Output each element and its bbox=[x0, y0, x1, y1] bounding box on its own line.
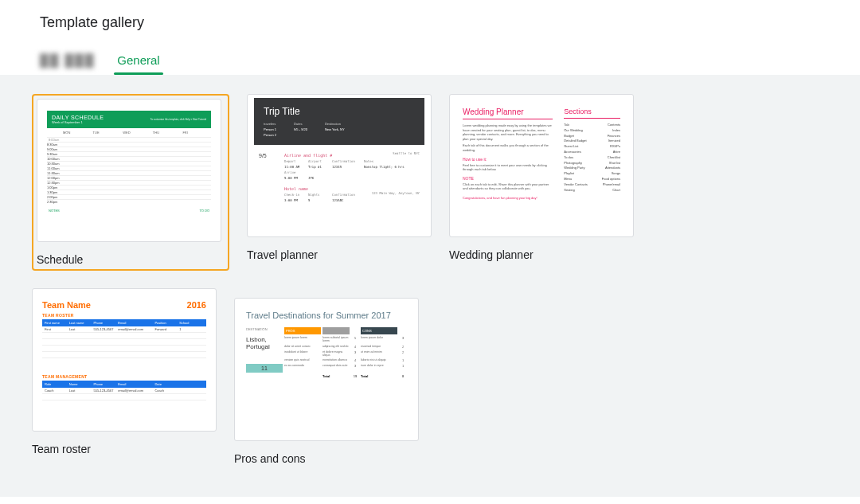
roster-col-first: First name bbox=[45, 321, 69, 325]
trip-arrive-ap: JFK bbox=[308, 176, 332, 180]
template-schedule[interactable]: DAILY SCHEDULE Week of September 1 To cu… bbox=[37, 99, 221, 266]
trip-travelers-label: travelers bbox=[264, 122, 276, 126]
trip-arrive-time: 5:00 PM bbox=[284, 176, 308, 180]
pc-total-label: Total bbox=[322, 374, 350, 378]
pc-score: 11 bbox=[246, 364, 283, 373]
trip-depart-ap: Trip #1 bbox=[308, 165, 332, 169]
roster-row: CoachLast555-123-4567email@email.comCoac… bbox=[42, 388, 206, 394]
pc-pros-label: PROS bbox=[284, 327, 321, 334]
trip-title: Trip Title bbox=[264, 106, 416, 117]
template-wedding-label: Wedding planner bbox=[449, 248, 634, 261]
trip-person1: Person 1 bbox=[264, 127, 276, 131]
trip-col-depart: Depart bbox=[284, 159, 308, 163]
pc-dest: Lisbon, Portugal bbox=[246, 336, 283, 362]
templates-grid: DAILY SCHEDULE Week of September 1 To cu… bbox=[32, 94, 828, 465]
wedding-sections-list: TabContents Our WeddingIndex BudgetFinan… bbox=[564, 123, 620, 193]
schedule-banner-sub: Week of September 1 bbox=[52, 120, 104, 124]
tabs: ██ ███ General bbox=[40, 53, 820, 75]
roster-col-position: Position bbox=[154, 321, 179, 325]
roster-row bbox=[42, 339, 206, 346]
roster-header-bar1: First name Last name Phone Email Positio… bbox=[42, 319, 206, 326]
roster-col-email: Email bbox=[118, 321, 154, 325]
template-proscons-label: Pros and cons bbox=[234, 452, 419, 465]
roster-section1: TEAM ROSTER bbox=[42, 313, 206, 318]
template-schedule-thumb: DAILY SCHEDULE Week of September 1 To cu… bbox=[37, 99, 221, 242]
wedding-p3: Feel free to customize it to meet your o… bbox=[463, 163, 553, 172]
trip-hotel-addr: 123 Main Way, Anytown, NY bbox=[372, 191, 420, 195]
page-title: Template gallery bbox=[40, 14, 820, 31]
wedding-title: Wedding Planner bbox=[463, 107, 553, 116]
trip-col-conf: Confirmation bbox=[332, 159, 364, 163]
trip-dates: 9/5 - 9/20 bbox=[294, 127, 307, 131]
roster-row bbox=[42, 394, 206, 400]
proscons-title: Travel Destinations for Summer 2017 bbox=[246, 310, 407, 321]
tab-general[interactable]: General bbox=[117, 53, 159, 75]
trip-hotel-conf-label: Confirmation bbox=[332, 193, 364, 197]
template-schedule-label: Schedule bbox=[37, 253, 221, 266]
template-wedding-planner[interactable]: Wedding Planner Lorem wedding planning m… bbox=[449, 94, 634, 271]
trip-person2: Person 2 bbox=[264, 133, 276, 137]
trip-date: 9/5 bbox=[259, 153, 267, 158]
roster-team-name: Team Name bbox=[42, 300, 91, 310]
roster-col-last: Last name bbox=[69, 321, 94, 325]
roster-header-bar2: RoleNamePhoneEmailDate bbox=[42, 381, 206, 388]
wedding-sections: Sections bbox=[564, 107, 620, 115]
template-roster-thumb: Team Name 2016 TEAM ROSTER First name La… bbox=[32, 288, 217, 432]
template-team-roster[interactable]: Team Name 2016 TEAM ROSTER First name La… bbox=[32, 288, 217, 465]
template-roster-label: Team roster bbox=[32, 443, 217, 455]
roster-row bbox=[42, 346, 206, 352]
content-area: DAILY SCHEDULE Week of September 1 To cu… bbox=[0, 75, 860, 497]
schedule-grid: MONTUEWEDTHUFRI bbox=[47, 128, 211, 137]
wedding-p4: Click on each tab to edit. Share this pl… bbox=[463, 182, 553, 191]
schedule-banner-note: To customize this template, click Help >… bbox=[150, 118, 206, 121]
wedding-p1: Lorem wedding planning made easy by usin… bbox=[463, 123, 553, 141]
roster-row bbox=[42, 333, 206, 339]
trip-hotel-checkin: 3:00 PM bbox=[284, 198, 308, 202]
template-proscons-thumb: Travel Destinations for Summer 2017 DEST… bbox=[234, 298, 419, 441]
trip-col-notes: Notes bbox=[364, 159, 421, 163]
pc-cons-label: CONS bbox=[361, 327, 397, 334]
template-wedding-thumb: Wedding Planner Lorem wedding planning m… bbox=[449, 94, 634, 237]
roster-col-phone: Phone bbox=[94, 321, 119, 325]
trip-conf: 12345 bbox=[332, 165, 364, 169]
trip-hotel-nights-label: Nights bbox=[308, 193, 332, 197]
wedding-congrats: Congratulations, and have fun planning y… bbox=[463, 196, 553, 200]
trip-col-airport: Airport bbox=[308, 159, 332, 163]
template-travel-thumb: Trip Title travelers Person 1 Person 2 D… bbox=[247, 94, 432, 237]
trip-hotel-conf: 123ABC bbox=[332, 198, 364, 202]
wedding-note: NOTE bbox=[463, 176, 553, 181]
trip-hotel-nights: 5 bbox=[308, 198, 332, 202]
roster-row: FirstLast555-123-4567email@email.comForw… bbox=[42, 326, 206, 333]
trip-route: Seattle to NYC bbox=[393, 151, 420, 155]
trip-arrive-label: Arrive bbox=[284, 170, 308, 174]
template-pros-cons[interactable]: Travel Destinations for Summer 2017 DEST… bbox=[234, 298, 419, 465]
template-travel-planner[interactable]: Trip Title travelers Person 1 Person 2 D… bbox=[247, 94, 432, 271]
tab-org[interactable]: ██ ███ bbox=[40, 53, 95, 75]
trip-notes: Nonstop flight; 6 hrs bbox=[364, 165, 421, 169]
schedule-banner-title: DAILY SCHEDULE bbox=[52, 115, 104, 120]
trip-dest: New York, NY bbox=[325, 127, 345, 131]
template-travel-label: Travel planner bbox=[247, 248, 432, 261]
wedding-howto: How to use it: bbox=[463, 157, 553, 162]
pc-dest-label: DESTINATION bbox=[246, 327, 283, 334]
trip-hotel-checkin-label: Check-in bbox=[284, 193, 308, 197]
highlight-box: DAILY SCHEDULE Week of September 1 To cu… bbox=[32, 94, 229, 271]
roster-row bbox=[42, 352, 206, 358]
wedding-p2: Each tab of this document walks you thro… bbox=[463, 143, 553, 152]
trip-dates-label: Dates bbox=[294, 122, 307, 126]
trip-dest-label: Destination bbox=[325, 122, 345, 126]
roster-col-school: School bbox=[179, 321, 204, 325]
trip-depart-time: 11:00 AM bbox=[284, 165, 308, 169]
roster-year: 2016 bbox=[187, 300, 206, 310]
roster-section2: TEAM MANAGEMENT bbox=[42, 374, 206, 379]
